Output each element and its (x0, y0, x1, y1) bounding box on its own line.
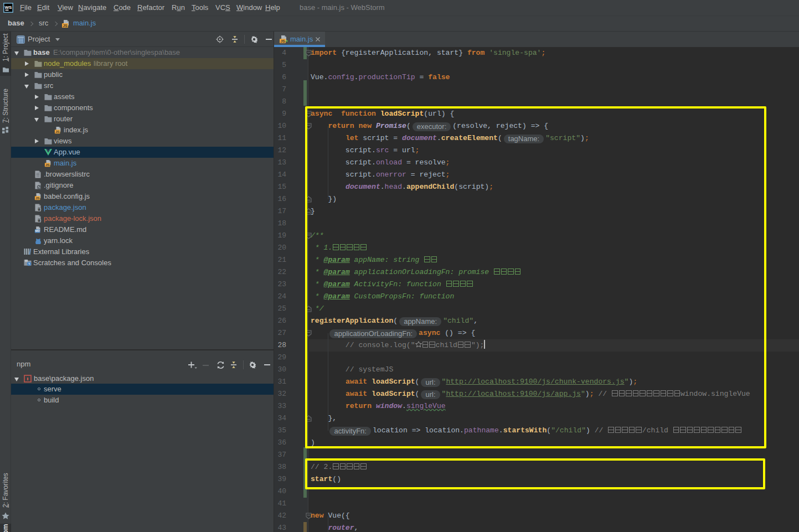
svg-text:JS: JS (35, 196, 39, 200)
svg-text:WS: WS (5, 5, 13, 10)
svg-text:{}: {} (37, 208, 41, 211)
svg-text:JS: JS (280, 39, 285, 43)
svg-text:JS: JS (45, 163, 49, 167)
svg-text:{}: {} (37, 219, 41, 223)
svg-text:MD: MD (35, 229, 40, 233)
svg-text:JS: JS (55, 130, 59, 133)
svg-text:JS: JS (63, 24, 68, 28)
